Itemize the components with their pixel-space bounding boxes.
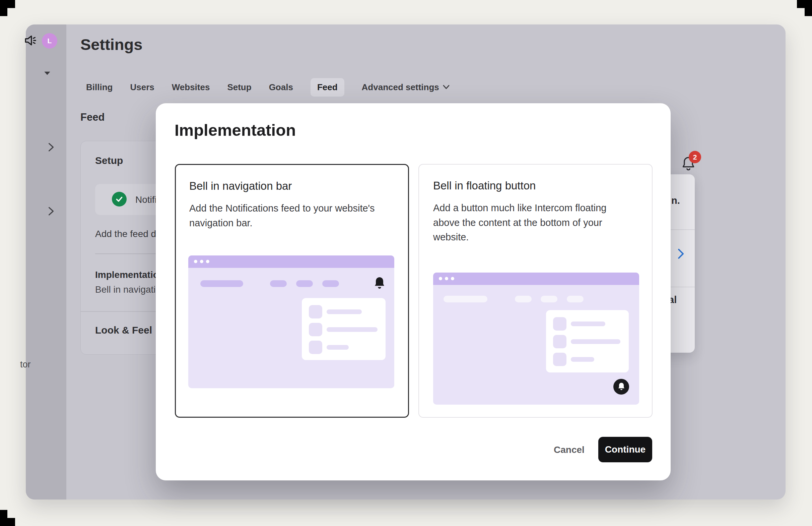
- skeleton-line: [571, 322, 605, 326]
- crop-mark-top-left-2: [0, 0, 8, 16]
- illustration-titlebar: [188, 255, 394, 268]
- skeleton-line: [327, 327, 378, 332]
- skeleton-thumb: [309, 305, 322, 318]
- continue-button-label: Continue: [605, 444, 646, 455]
- option-card-bell-floating[interactable]: Bell in floating button Add a button muc…: [418, 164, 653, 418]
- skeleton-logo-pill: [200, 280, 243, 287]
- skeleton-nav-pill: [515, 296, 532, 302]
- window-dots: [439, 277, 454, 280]
- avatar-initial: L: [47, 37, 52, 45]
- bell-in-navbar-icon: [373, 275, 386, 292]
- option-1-title: Bell in navigation bar: [189, 180, 292, 193]
- option-1-illustration: [188, 255, 394, 388]
- setup-card-description: Add the feed dir: [95, 229, 161, 239]
- settings-tabs: Billing Users Websites Setup Goals Feed …: [86, 78, 450, 96]
- sidebar-chevron-right-icon-1[interactable]: [46, 141, 55, 153]
- sidebar: [26, 25, 66, 499]
- success-check-icon: [112, 192, 127, 207]
- notification-badge: 2: [689, 151, 701, 163]
- tab-advanced-settings-label: Advanced settings: [362, 82, 439, 93]
- look-feel-heading: Look & Feel: [95, 325, 152, 336]
- skeleton-thumb: [309, 341, 322, 354]
- implementation-label: Implementation: [95, 270, 164, 280]
- skeleton-thumb: [553, 317, 566, 330]
- crop-mark-bottom-left-2: [0, 510, 8, 526]
- chevron-down-icon: [443, 85, 450, 90]
- implementation-value: Bell in navigatio: [95, 284, 161, 295]
- skeleton-nav-pill: [541, 296, 557, 302]
- sidebar-chevron-right-icon-2[interactable]: [46, 205, 55, 217]
- feed-heading: Feed: [81, 111, 104, 123]
- chevron-down-icon[interactable]: [43, 70, 52, 76]
- continue-button[interactable]: Continue: [598, 437, 652, 462]
- skeleton-line: [327, 345, 349, 350]
- option-2-illustration: [433, 272, 639, 404]
- skeleton-line: [327, 310, 362, 314]
- cancel-button[interactable]: Cancel: [554, 444, 584, 455]
- sidebar-truncated-label: tor: [20, 359, 31, 370]
- skeleton-line: [571, 357, 594, 362]
- skeleton-nav-pill: [322, 280, 339, 287]
- panel-chevron-right-icon[interactable]: [676, 247, 685, 260]
- crop-mark-top-right-2: [804, 0, 812, 16]
- skeleton-line: [571, 339, 620, 344]
- setup-card-heading: Setup: [95, 155, 123, 166]
- notifications-dropdown-skeleton: [546, 310, 629, 372]
- avatar[interactable]: L: [42, 33, 57, 48]
- skeleton-thumb: [309, 323, 322, 336]
- tab-goals[interactable]: Goals: [269, 82, 293, 93]
- tab-billing[interactable]: Billing: [86, 82, 113, 93]
- page: L tor Settings Billing Users Websites Se…: [0, 0, 812, 526]
- implementation-modal: Implementation Bell in navigation bar Ad…: [156, 103, 671, 480]
- option-2-title: Bell in floating button: [433, 179, 536, 192]
- skeleton-nav-pill: [270, 280, 287, 287]
- option-card-bell-navigation[interactable]: Bell in navigation bar Add the Notificat…: [175, 164, 409, 418]
- setup-card-divider: [95, 254, 156, 254]
- tab-feed[interactable]: Feed: [310, 78, 344, 97]
- illustration-titlebar: [433, 272, 639, 285]
- panel-row1-truncated: n.: [671, 195, 680, 206]
- notifications-dropdown-skeleton: [302, 298, 386, 360]
- skeleton-logo-pill: [444, 296, 488, 302]
- option-2-description: Add a button much like Intercom floating…: [433, 201, 621, 245]
- tab-advanced-settings[interactable]: Advanced settings: [362, 82, 450, 93]
- tab-setup[interactable]: Setup: [227, 82, 251, 93]
- window-dots: [194, 260, 209, 263]
- skeleton-nav-pill: [567, 296, 583, 302]
- floating-bell-button: [613, 379, 629, 395]
- tab-websites[interactable]: Websites: [172, 82, 210, 93]
- tab-users[interactable]: Users: [130, 82, 154, 93]
- look-feel-divider: [81, 311, 156, 312]
- skeleton-thumb: [553, 353, 566, 366]
- page-title: Settings: [81, 35, 142, 54]
- notification-row-label: Notifi: [135, 195, 157, 205]
- modal-title: Implementation: [175, 121, 296, 140]
- option-1-description: Add the Notifications feed to your websi…: [189, 201, 383, 230]
- skeleton-nav-pill: [296, 280, 313, 287]
- announce-speaker-icon[interactable]: [24, 33, 37, 47]
- skeleton-thumb: [553, 335, 566, 348]
- notification-badge-count: 2: [693, 153, 697, 161]
